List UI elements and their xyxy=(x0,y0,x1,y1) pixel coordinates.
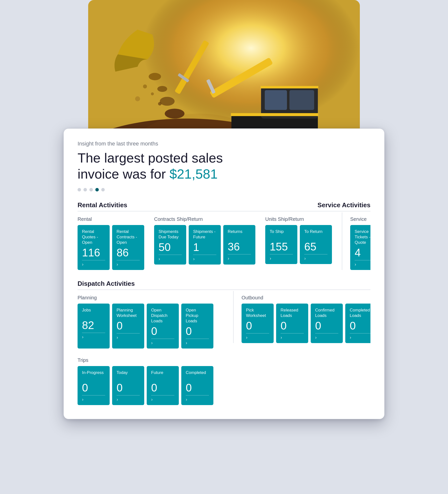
completed-loads-number: 0 xyxy=(350,320,370,331)
trips-future-title: Future xyxy=(151,370,174,380)
service-tickets-number: 4 xyxy=(355,247,370,258)
trips-today-title: Today xyxy=(117,370,140,380)
completed-loads-chevron[interactable]: › xyxy=(350,335,370,340)
jobs-number: 82 xyxy=(82,320,105,331)
trips-today-chevron[interactable]: › xyxy=(117,397,140,402)
dot-2[interactable] xyxy=(83,188,87,191)
units-ship-return-label: Units Ship/Return xyxy=(265,216,332,222)
service-group: Service Service Tickets - Quote 4 › xyxy=(342,212,370,270)
trips-inprogress-chevron[interactable]: › xyxy=(82,397,105,402)
confirmed-loads-card[interactable]: Confirmed Loads 0 › xyxy=(311,304,343,343)
rental-contracts-chevron[interactable]: › xyxy=(117,262,140,267)
shipments-due-today-chevron[interactable]: › xyxy=(159,256,182,262)
rental-contracts-number: 86 xyxy=(117,247,140,258)
completed-loads-card[interactable]: Completed Loads 0 › xyxy=(345,304,370,343)
completed-loads-title: Completed Loads xyxy=(350,308,370,318)
shipments-due-today-number: 50 xyxy=(159,242,182,253)
headline-amount: $21,581 xyxy=(169,166,218,181)
service-activities-title: Service Activities xyxy=(318,201,370,209)
shipments-due-today-card[interactable]: Shipments Due Today 50 › xyxy=(154,225,186,265)
shipments-future-title: Shipments - Future xyxy=(193,229,216,240)
service-label: Service xyxy=(350,216,370,222)
jobs-card[interactable]: Jobs 82 › xyxy=(78,304,110,349)
rental-quotes-card[interactable]: Rental Quotes - Open 116 › xyxy=(78,225,110,270)
to-ship-number: 155 xyxy=(270,241,293,252)
trips-completed-card[interactable]: Completed 0 › xyxy=(181,366,213,405)
dots-row xyxy=(78,188,370,191)
open-pickup-loads-title: Open Pickup Loads xyxy=(186,308,209,324)
trips-completed-number: 0 xyxy=(186,382,209,393)
confirmed-loads-title: Confirmed Loads xyxy=(315,308,338,318)
dot-3[interactable] xyxy=(89,188,93,191)
open-dispatch-loads-chevron[interactable]: › xyxy=(151,340,174,346)
dispatch-groups-row: Planning Jobs 82 › Planning Worksheet 0 xyxy=(78,291,370,349)
to-ship-card[interactable]: To Ship 155 › xyxy=(265,225,297,264)
service-tickets-title: Service Tickets - Quote xyxy=(355,229,370,245)
trips-future-card[interactable]: Future 0 › xyxy=(147,366,179,405)
svg-point-16 xyxy=(149,73,161,80)
released-loads-chevron[interactable]: › xyxy=(281,335,304,340)
planning-worksheet-card[interactable]: Planning Worksheet 0 › xyxy=(112,304,144,349)
rental-sub-group: Rental Rental Quotes - Open 116 › Rental… xyxy=(78,212,144,270)
open-pickup-loads-card[interactable]: Open Pickup Loads 0 › xyxy=(181,304,213,349)
outbound-cards-row: Pick Worksheet 0 › Released Loads 0 › xyxy=(242,304,370,343)
planning-worksheet-title: Planning Worksheet xyxy=(117,308,140,318)
open-pickup-loads-chevron[interactable]: › xyxy=(186,340,209,346)
released-loads-card[interactable]: Released Loads 0 › xyxy=(276,304,308,343)
rental-contracts-title: Rental Contracts - Open xyxy=(117,229,140,245)
jobs-chevron[interactable]: › xyxy=(82,334,105,340)
service-cards-row: Service Tickets - Quote 4 › xyxy=(350,225,370,270)
svg-point-20 xyxy=(143,84,147,88)
dot-1[interactable] xyxy=(78,188,81,191)
returns-chevron[interactable]: › xyxy=(228,256,251,261)
dashboard-card: Insight from the last three months The l… xyxy=(63,128,385,419)
pick-worksheet-card[interactable]: Pick Worksheet 0 › xyxy=(242,304,274,343)
trips-label: Trips xyxy=(78,357,370,363)
shipments-future-card[interactable]: Shipments - Future 1 › xyxy=(189,225,221,265)
confirmed-loads-chevron[interactable]: › xyxy=(315,335,338,340)
dot-5[interactable] xyxy=(101,188,105,191)
trips-future-chevron[interactable]: › xyxy=(151,397,174,402)
dot-4[interactable] xyxy=(95,188,99,191)
to-return-card[interactable]: To Return 65 › xyxy=(300,225,332,264)
rental-quotes-title: Rental Quotes - Open xyxy=(82,229,105,245)
pick-worksheet-chevron[interactable]: › xyxy=(246,335,269,340)
planning-cards-row: Jobs 82 › Planning Worksheet 0 › O xyxy=(78,304,213,349)
shipments-future-number: 1 xyxy=(193,242,216,253)
planning-worksheet-chevron[interactable]: › xyxy=(117,335,140,340)
returns-number: 36 xyxy=(228,241,251,252)
rental-quotes-number: 116 xyxy=(82,247,105,258)
headline: The largest posted salesinvoice was for … xyxy=(78,150,370,182)
contracts-cards-row: Shipments Due Today 50 › Shipments - Fut… xyxy=(154,225,255,265)
service-tickets-card[interactable]: Service Tickets - Quote 4 › xyxy=(350,225,370,270)
service-tickets-chevron[interactable]: › xyxy=(355,262,370,267)
trips-today-number: 0 xyxy=(117,382,140,393)
open-pickup-loads-number: 0 xyxy=(186,326,209,337)
contracts-ship-return-group: Contracts Ship/Return Shipments Due Toda… xyxy=(154,212,255,265)
to-ship-chevron[interactable]: › xyxy=(270,256,293,261)
returns-card[interactable]: Returns 36 › xyxy=(223,225,255,265)
units-ship-return-group: Units Ship/Return To Ship 155 › To Retur… xyxy=(265,212,332,264)
trips-cards-row: In-Progress 0 › Today 0 › Future 0 › xyxy=(78,366,370,405)
to-return-title: To Return xyxy=(304,229,327,239)
rental-contracts-card[interactable]: Rental Contracts - Open 86 › xyxy=(112,225,144,270)
svg-point-18 xyxy=(160,97,175,106)
shipments-future-chevron[interactable]: › xyxy=(193,256,216,262)
pick-worksheet-title: Pick Worksheet xyxy=(246,308,269,318)
svg-point-21 xyxy=(151,92,154,95)
trips-today-card[interactable]: Today 0 › xyxy=(112,366,144,405)
trips-inprogress-title: In-Progress xyxy=(82,370,105,380)
to-return-number: 65 xyxy=(304,241,327,252)
trips-inprogress-card[interactable]: In-Progress 0 › xyxy=(78,366,110,405)
dispatch-activities-title: Dispatch Activities xyxy=(78,280,135,287)
planning-label: Planning xyxy=(78,295,213,301)
planning-group: Planning Jobs 82 › Planning Worksheet 0 xyxy=(78,291,213,349)
trips-completed-chevron[interactable]: › xyxy=(186,397,209,402)
rental-quotes-chevron[interactable]: › xyxy=(82,262,105,267)
trips-section: Trips In-Progress 0 › Today 0 › Future 0 xyxy=(78,357,370,405)
svg-rect-12 xyxy=(231,113,318,116)
page-wrapper: Insight from the last three months The l… xyxy=(0,0,448,494)
open-dispatch-loads-card[interactable]: Open Dispatch Loads 0 › xyxy=(147,304,179,349)
to-return-chevron[interactable]: › xyxy=(304,256,327,261)
outbound-group: Outbound Pick Worksheet 0 › Released Loa… xyxy=(233,291,370,343)
